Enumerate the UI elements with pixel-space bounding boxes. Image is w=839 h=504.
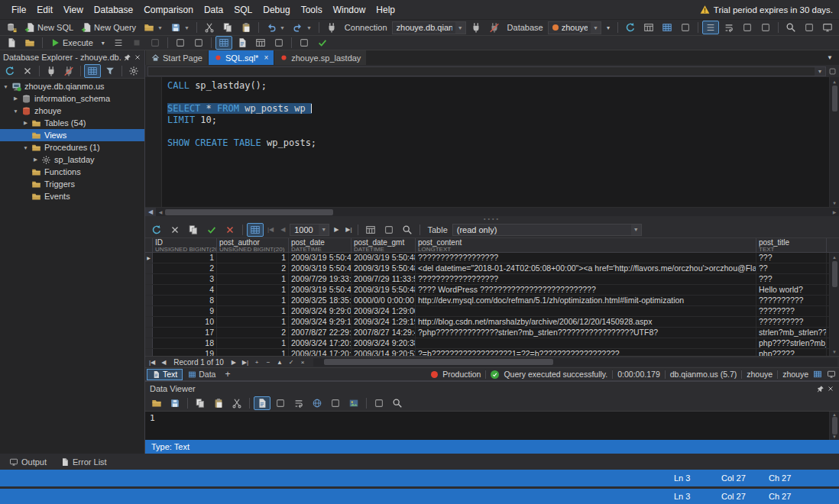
cell-post-title[interactable]: php????? xyxy=(756,349,827,356)
cut-icon[interactable] xyxy=(228,396,245,410)
new-document-icon[interactable] xyxy=(3,36,20,50)
settings-icon[interactable] xyxy=(125,64,142,78)
aggregates-icon[interactable] xyxy=(381,223,397,237)
cell-post-title[interactable]: ?????????? xyxy=(756,296,827,305)
cell-id[interactable]: 9 xyxy=(153,306,217,316)
editor-line-6[interactable]: SHOW CREATE TABLE wp_posts; xyxy=(167,137,829,149)
cell-post-date-gmt[interactable]: 2009/3/24 1:29:06 xyxy=(351,306,416,316)
page-size-combo[interactable]: 1000▼ xyxy=(290,224,329,236)
tree-item-zhouye-db-qianmo-us[interactable]: ▼zhouye.db.qianmo.us xyxy=(0,80,144,92)
pivot-table-icon[interactable] xyxy=(252,36,269,50)
copy-icon[interactable] xyxy=(192,396,209,410)
cell-post-author[interactable]: 2 xyxy=(217,328,289,338)
connect-icon[interactable] xyxy=(43,64,60,78)
cell-id[interactable]: 3 xyxy=(153,274,217,284)
editor-horizontal-scrollbar[interactable]: ◀ ◀ ▶ xyxy=(145,207,839,216)
paging-icon[interactable] xyxy=(247,223,264,237)
tree-item-sp-lastday[interactable]: ▶sp_lastday xyxy=(0,153,144,166)
cell-post-content[interactable] xyxy=(416,306,756,316)
cell-post-title[interactable]: ?????????? xyxy=(756,317,827,327)
cell-post-date-gmt[interactable]: 0000/0/0 0:00:00 xyxy=(351,296,416,305)
new-connection-icon[interactable] xyxy=(3,21,20,34)
table-row[interactable]: 412009/3/19 5:50:482009/3/19 5:50:48????… xyxy=(145,285,829,296)
cell-post-content[interactable] xyxy=(416,338,756,348)
editor-line-2[interactable] xyxy=(167,92,829,103)
scrollbar-thumb[interactable] xyxy=(832,261,837,287)
cell-post-date[interactable]: 2009/3/19 5:50:48 xyxy=(289,253,351,263)
results-text-icon[interactable] xyxy=(234,36,251,50)
append-record-button[interactable]: + xyxy=(251,357,262,367)
object-selector-combo[interactable]: ▼ xyxy=(147,66,826,76)
text-view-icon[interactable] xyxy=(254,396,270,410)
tab-text[interactable]: Text xyxy=(147,369,183,380)
cell-post-content[interactable]: http://dev.mysql.com/doc/refman/5.1/zh/o… xyxy=(416,296,756,305)
cell-post-title[interactable]: ??? xyxy=(756,253,827,263)
edit-mode-combo[interactable]: (read only)▼ xyxy=(452,224,642,236)
delete-record-button[interactable]: − xyxy=(263,357,274,367)
cell-post-content[interactable]: ?=b??????????????????1=?2=b?????????????… xyxy=(416,349,756,356)
menu-data[interactable]: Data xyxy=(199,5,228,15)
menu-tools[interactable]: Tools xyxy=(296,5,328,15)
tab-start-page[interactable]: Start Page xyxy=(146,50,208,65)
results-grid-icon[interactable] xyxy=(215,36,232,50)
editor-code[interactable]: CALL sp_lastday();SELECT * FROM wp_posts… xyxy=(162,77,829,207)
tree-item-tables-54[interactable]: ▶Tables (54) xyxy=(0,117,144,129)
copy-icon[interactable] xyxy=(219,21,236,34)
sql-editor[interactable]: CALL sp_lastday();SELECT * FROM wp_posts… xyxy=(145,77,839,207)
scrollbar-thumb[interactable] xyxy=(165,209,333,215)
edit-record-button[interactable]: ▲ xyxy=(274,357,285,367)
cell-id[interactable]: 4 xyxy=(153,285,217,295)
scroll-down-icon[interactable]: ▼ xyxy=(832,347,837,356)
prev-page-button[interactable]: ◀ xyxy=(277,225,288,234)
open-file-icon[interactable] xyxy=(148,396,165,410)
panel-splitter[interactable]: •••• xyxy=(145,216,839,221)
image-view-icon[interactable] xyxy=(345,396,362,410)
cell-post-date[interactable]: 2009/3/24 9:29:19 xyxy=(289,317,351,327)
tree-item-functions[interactable]: Functions xyxy=(0,166,144,178)
disconnect-icon[interactable] xyxy=(60,64,77,78)
find-icon[interactable] xyxy=(782,21,799,34)
table-row[interactable]: 1912009/3/14 17:20:522009/3/14 9:20:52?=… xyxy=(145,349,829,356)
add-result-tab-button[interactable]: + xyxy=(221,369,234,380)
editor-line-1[interactable]: CALL sp_lastday(); xyxy=(167,80,829,92)
html-view-icon[interactable] xyxy=(309,396,326,410)
cell-post-date[interactable]: 2009/7/29 19:33:51 xyxy=(289,274,351,284)
table-row[interactable]: 812009/3/25 18:35:420000/0/0 0:00:00http… xyxy=(145,296,829,306)
redo-icon[interactable]: ▼ xyxy=(290,21,315,34)
table-row[interactable]: 312009/7/29 19:33:512009/7/29 11:33:51??… xyxy=(145,274,829,285)
disconnect-icon[interactable] xyxy=(486,21,503,34)
cell-post-title[interactable]: ??? xyxy=(756,274,827,284)
snippets-icon[interactable] xyxy=(296,36,313,50)
paste-icon[interactable] xyxy=(238,21,254,34)
column-header-post-date[interactable]: post_dateDATETIME xyxy=(289,238,351,252)
editor-vertical-scrollbar[interactable]: ▲▼ xyxy=(829,77,839,207)
editor-line-3[interactable]: SELECT * FROM wp_posts wp xyxy=(167,103,829,115)
cell-post-date-gmt[interactable]: 2007/8/27 14:29:49 xyxy=(351,328,416,338)
cell-post-content[interactable]: ?????????????????? xyxy=(416,253,756,263)
cell-post-date-gmt[interactable]: 2009/3/19 5:50:48 xyxy=(351,253,416,263)
tab-output[interactable]: Output xyxy=(3,456,53,468)
grid-view-icon[interactable] xyxy=(362,223,379,237)
cell-post-title[interactable]: Hello world? xyxy=(756,285,827,295)
tab-zhouye-sp-lastday[interactable]: zhouye.sp_lastday xyxy=(274,50,366,65)
window-layout-icon[interactable] xyxy=(827,370,836,379)
scroll-left-icon[interactable]: ◀ xyxy=(156,209,165,215)
tree-item-zhouye[interactable]: ▼zhouye xyxy=(0,105,144,117)
cell-post-author[interactable]: 1 xyxy=(217,285,289,295)
collapse-icon[interactable]: ▼ xyxy=(11,108,20,114)
first-record-button[interactable]: |◀ xyxy=(147,357,157,367)
menu-window[interactable]: Window xyxy=(328,5,371,15)
menu-help[interactable]: Help xyxy=(371,5,400,15)
save-icon[interactable]: ▼ xyxy=(167,21,193,34)
cell-post-content[interactable]: ?????????????????? xyxy=(416,274,756,284)
menu-debug[interactable]: Debug xyxy=(258,5,295,15)
cell-post-title[interactable]: php????strlen?mb_strlen????? xyxy=(756,338,827,348)
query-profiler-icon[interactable] xyxy=(190,36,207,50)
cell-post-author[interactable]: 1 xyxy=(217,306,289,316)
bookmarks-icon[interactable] xyxy=(801,21,818,34)
execute-button[interactable]: Execute xyxy=(47,36,96,50)
last-page-button[interactable]: ▶| xyxy=(343,225,354,234)
scroll-right-icon[interactable]: ▶ xyxy=(830,209,839,215)
cell-post-date-gmt[interactable]: 2009/7/29 11:33:51 xyxy=(351,274,416,284)
cell-id[interactable]: 17 xyxy=(153,328,217,338)
